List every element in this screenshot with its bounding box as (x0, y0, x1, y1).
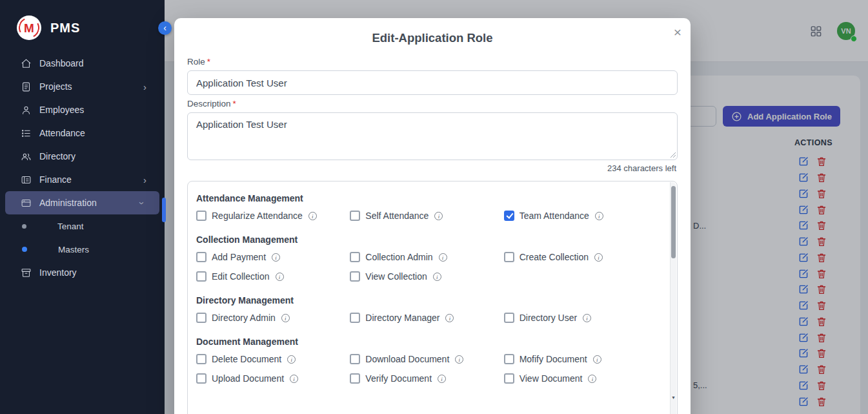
permission-option-label: Regularize Attendance (212, 211, 303, 221)
checkbox[interactable] (196, 252, 207, 262)
permission-option[interactable]: Add Payment (196, 247, 350, 267)
close-icon[interactable]: × (674, 25, 681, 40)
info-icon (594, 253, 603, 262)
permission-options-grid: Delete Document Download Document Mofify… (196, 349, 658, 388)
modal-title: Edit-Application Role (174, 31, 691, 45)
sidebar-item-administration[interactable]: Administration › (5, 191, 159, 214)
sidebar-item-inventory[interactable]: Inventory (0, 261, 165, 284)
permission-option-label: View Document (520, 373, 583, 384)
info-icon (438, 375, 446, 383)
chevron-down-icon: › (137, 202, 147, 205)
sidebar-item-label: Finance (39, 174, 72, 185)
permission-options-grid: Add Payment Collection Admin Create Coll… (196, 247, 658, 286)
checkbox[interactable] (350, 211, 360, 221)
permission-option[interactable]: Directory Manager (350, 308, 503, 327)
people-icon (21, 151, 32, 162)
permission-option[interactable]: Mofify Document (504, 349, 658, 369)
sidebar-collapse-button[interactable]: ‹ (158, 21, 172, 35)
permission-option[interactable]: Team Attendance (504, 206, 658, 225)
permission-options-grid: Directory Admin Directory Manager Direct… (196, 308, 658, 327)
role-input[interactable] (187, 70, 678, 95)
permission-option[interactable]: Directory Admin (196, 308, 350, 327)
checkbox[interactable] (350, 373, 360, 384)
sidebar-item-tenant[interactable]: Tenant (0, 214, 165, 238)
permission-option[interactable]: Verify Document (350, 369, 503, 388)
checkbox[interactable] (350, 313, 360, 323)
scrollbar-thumb[interactable] (671, 186, 676, 258)
checkbox[interactable] (504, 354, 514, 364)
checkbox[interactable] (196, 271, 207, 282)
permission-option[interactable]: Edit Collection (196, 267, 350, 286)
permission-option-label: View Collection (365, 271, 427, 282)
permission-option-label: Verify Document (365, 373, 432, 384)
checkbox[interactable] (350, 354, 360, 364)
permission-option[interactable]: Self Attendance (350, 206, 503, 225)
finance-icon (21, 174, 32, 185)
checkbox[interactable] (350, 271, 360, 282)
chevron-right-icon: › (143, 82, 146, 92)
checkbox[interactable] (196, 313, 207, 323)
checkbox[interactable] (504, 373, 514, 384)
info-icon (583, 314, 591, 322)
scrollbar[interactable]: ▼ (670, 182, 676, 414)
modal-body: Role* Description* Application Test User… (174, 45, 691, 414)
permission-option-label: Self Attendance (365, 211, 429, 221)
chevron-left-icon: ‹ (163, 23, 167, 32)
app-title: PMS (50, 21, 80, 36)
scroll-down-arrow-icon[interactable]: ▼ (671, 395, 676, 400)
edit-application-role-modal: Edit-Application Role × Role* Descriptio… (174, 18, 691, 414)
info-icon (276, 273, 284, 281)
projects-icon (21, 81, 32, 92)
pms-logo-icon: M (17, 16, 41, 40)
sidebar-item-label: Inventory (39, 267, 77, 278)
permission-option[interactable]: Directory User (504, 308, 658, 327)
permission-option[interactable]: View Document (504, 369, 658, 388)
permission-option[interactable]: Download Document (350, 349, 503, 369)
sidebar-item-label: Dashboard (39, 58, 84, 68)
sidebar-item-attendance[interactable]: Attendance (0, 121, 165, 145)
permission-option[interactable]: Collection Admin (350, 247, 503, 267)
sidebar-item-masters[interactable]: Masters (0, 238, 165, 261)
checkbox[interactable] (196, 354, 207, 364)
sidebar-item-dashboard[interactable]: Dashboard (0, 52, 165, 75)
permission-option-label: Add Payment (212, 252, 266, 262)
home-icon (21, 58, 32, 69)
permission-option-label: Directory Manager (365, 313, 439, 323)
permission-group: Document Management Delete Document Down… (196, 336, 658, 388)
permission-option-label: Edit Collection (212, 271, 270, 282)
permission-group: Attendance Management Regularize Attenda… (196, 193, 658, 225)
permission-option[interactable]: Upload Document (196, 369, 350, 388)
permission-option[interactable]: Regularize Attendance (196, 206, 350, 225)
list-icon (21, 128, 32, 139)
required-asterisk: * (207, 57, 210, 67)
checkbox[interactable] (196, 211, 207, 221)
checkbox[interactable] (196, 373, 207, 384)
permission-group-heading: Document Management (196, 336, 658, 347)
sidebar-item-label: Masters (58, 245, 89, 254)
permission-option-label: Mofify Document (520, 354, 587, 364)
permission-option-label: Team Attendance (520, 211, 589, 221)
role-label: Role* (187, 57, 678, 67)
administration-icon (21, 198, 32, 209)
permission-option[interactable]: Create Collection (504, 247, 658, 267)
sidebar-item-employees[interactable]: Employees (0, 98, 165, 121)
permission-option-label: Directory Admin (212, 313, 276, 323)
checkbox[interactable] (504, 313, 514, 323)
permissions-panel: Attendance Management Regularize Attenda… (187, 181, 678, 414)
permission-group-heading: Collection Management (196, 234, 658, 245)
sidebar-item-finance[interactable]: Finance › (0, 168, 165, 191)
description-textarea[interactable]: Application Test User (187, 112, 678, 160)
logo-letter: M (24, 22, 34, 34)
sidebar-item-directory[interactable]: Directory (0, 145, 165, 168)
sidebar: M PMS Dashboard Projects › Employees Att… (0, 0, 165, 414)
info-icon (272, 253, 280, 262)
permission-option[interactable]: Delete Document (196, 349, 350, 369)
permissions-list: Attendance Management Regularize Attenda… (188, 181, 677, 388)
sidebar-item-projects[interactable]: Projects › (0, 75, 165, 98)
checkbox[interactable] (504, 252, 514, 262)
permission-group-heading: Directory Management (196, 295, 658, 305)
checkbox[interactable] (350, 252, 360, 262)
bullet-icon (22, 224, 26, 229)
permission-option[interactable]: View Collection (350, 267, 503, 286)
checkbox[interactable] (504, 211, 514, 221)
